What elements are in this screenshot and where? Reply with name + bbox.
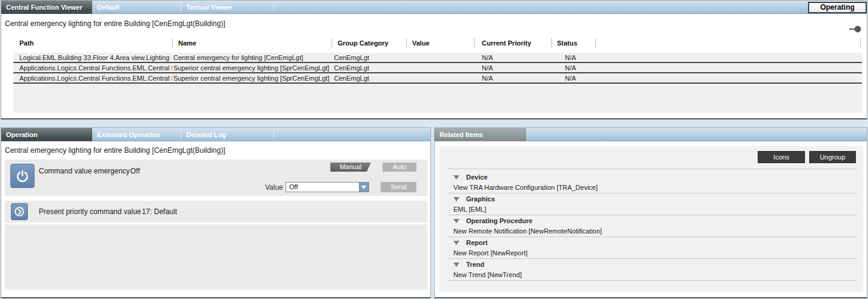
group-header[interactable]: Report xyxy=(448,237,857,248)
tab-central-function-viewer[interactable]: Central Function Viewer xyxy=(1,1,92,14)
auto-button[interactable]: Auto xyxy=(382,163,416,172)
tab-default[interactable]: Default xyxy=(97,1,119,14)
cell-status: N/A xyxy=(565,63,613,73)
cell-path: Logical.EML.Building 33.Floor 4.Area vie… xyxy=(19,53,172,63)
value-field-label: Value xyxy=(259,183,283,192)
column-divider xyxy=(474,38,475,47)
related-item-link[interactable]: EML [EML] xyxy=(448,204,857,215)
cell-status: N/A xyxy=(565,73,613,84)
collapse-triangle-icon[interactable] xyxy=(453,263,459,267)
cell-path: Applications.Logics.Central Functions.EM… xyxy=(19,73,172,84)
cell-current-priority: N/A xyxy=(482,63,549,73)
tab-related-items[interactable]: Related Items xyxy=(435,128,526,141)
table-row[interactable]: Logical.EML.Building 33.Floor 4.Area vie… xyxy=(13,53,862,63)
related-group-trend: Trend New Trend [NewTrend] xyxy=(448,259,857,281)
command-block: Command value emergency Off Manual Auto … xyxy=(5,160,427,196)
selection-breadcrumb: Central emergency lighting for entire Bu… xyxy=(5,14,225,34)
column-divider xyxy=(172,38,173,47)
table-row[interactable]: Applications.Logics.Central Functions.EM… xyxy=(13,73,862,84)
related-group-operating-procedure: Operating Procedure New Remote Notificat… xyxy=(448,215,857,237)
cell-name: Superior central emergency lighting [Spr… xyxy=(173,73,331,84)
collapse-triangle-icon[interactable] xyxy=(453,175,459,180)
command-current-value: Off xyxy=(130,167,140,175)
group-header[interactable]: Operating Procedure xyxy=(448,215,857,226)
cell-group-category: CenEmgLgt xyxy=(334,73,407,84)
collapse-triangle-icon[interactable] xyxy=(453,219,459,223)
priority-label: Present priority command value xyxy=(39,207,141,216)
tab-divider xyxy=(273,2,274,12)
function-table-body: Logical.EML.Building 33.Floor 4.Area vie… xyxy=(13,53,862,113)
column-divider xyxy=(406,38,407,47)
related-item-link[interactable]: New Report [NewReport] xyxy=(448,248,857,258)
group-label: Report xyxy=(466,239,487,246)
operation-tab-bar: Operation Extended Operation Detailed Lo… xyxy=(1,128,430,141)
group-label: Graphics xyxy=(466,195,495,203)
send-button[interactable]: Send xyxy=(381,182,416,192)
top-tab-bar: Central Function Viewer Default Textual … xyxy=(1,1,867,14)
tab-divider xyxy=(273,130,274,139)
cell-current-priority: N/A xyxy=(482,53,549,63)
cell-group-category: CenEmgLgt xyxy=(334,63,407,73)
column-header-name[interactable]: Name xyxy=(178,39,196,47)
column-header-group-category[interactable]: Group Category xyxy=(338,39,389,47)
group-header[interactable]: Trend xyxy=(448,259,857,270)
table-row[interactable]: Applications.Logics.Central Functions.EM… xyxy=(13,63,862,73)
operation-empty-area xyxy=(5,224,427,290)
central-function-viewer-panel: Central Function Viewer Default Textual … xyxy=(1,0,867,119)
priority-value: 17: Default xyxy=(142,207,177,216)
group-label: Trend xyxy=(466,261,484,268)
tab-detailed-log[interactable]: Detailed Log xyxy=(186,128,226,141)
power-icon xyxy=(10,164,35,188)
collapse-triangle-icon[interactable] xyxy=(453,197,459,201)
group-label: Device xyxy=(466,173,487,181)
manual-button[interactable]: Manual xyxy=(330,163,371,172)
toolbar-separator xyxy=(448,169,857,169)
related-group-graphics: Graphics EML [EML] xyxy=(448,193,857,215)
column-header-current-priority[interactable]: Current Priority xyxy=(482,39,531,47)
column-header-path[interactable]: Path xyxy=(19,39,34,47)
related-group-report: Report New Report [NewReport] xyxy=(448,237,857,259)
tab-textual-viewer[interactable]: Textual Viewer xyxy=(186,1,232,14)
column-header-value[interactable]: Value xyxy=(412,39,430,47)
ungroup-button[interactable]: Ungroup xyxy=(809,151,856,163)
collapse-triangle-icon[interactable] xyxy=(453,241,459,245)
dropdown-arrow-icon[interactable] xyxy=(359,183,369,192)
operation-panel: Operation Extended Operation Detailed Lo… xyxy=(1,127,431,298)
cell-value xyxy=(407,53,474,63)
pin-icon[interactable] xyxy=(849,24,862,35)
priority-block: Present priority command value 17: Defau… xyxy=(5,201,427,223)
column-header-status[interactable]: Status xyxy=(557,39,578,47)
cell-value xyxy=(407,63,474,73)
tab-divider xyxy=(181,130,181,139)
value-dropdown-selected: Off xyxy=(289,183,298,192)
tab-divider xyxy=(181,2,181,12)
related-items-tab-bar: Related Items xyxy=(435,128,867,141)
cell-status: N/A xyxy=(565,53,613,63)
operating-mode-button[interactable]: Operating xyxy=(808,2,867,13)
related-item-link[interactable]: View TRA Hardware Configuration [TRA_Dev… xyxy=(448,183,857,193)
cell-value xyxy=(407,73,474,84)
column-divider xyxy=(332,38,332,47)
cell-name: Central emergency for lighting [CenEmgLg… xyxy=(173,53,331,63)
group-header[interactable]: Graphics xyxy=(448,193,857,204)
icons-view-button[interactable]: Icons xyxy=(758,151,805,163)
tab-operation[interactable]: Operation xyxy=(1,128,92,141)
cell-name: Superior central emergency lighting [Spr… xyxy=(173,63,331,73)
cell-current-priority: N/A xyxy=(482,73,549,84)
related-item-link[interactable]: New Trend [NewTrend] xyxy=(448,270,857,280)
command-label: Command value emergency xyxy=(39,167,130,175)
column-divider xyxy=(860,38,861,47)
group-label: Operating Procedure xyxy=(466,217,532,224)
cell-group-category: CenEmgLgt xyxy=(334,53,407,63)
application-window: Central Function Viewer Default Textual … xyxy=(0,0,868,299)
related-items-panel: Related Items Icons Ungroup Device View … xyxy=(434,127,867,298)
related-group-device: Device View TRA Hardware Configuration [… xyxy=(448,172,857,193)
value-dropdown[interactable]: Off xyxy=(285,182,369,192)
related-item-link[interactable]: New Remote Notification [NewRemoteNotifi… xyxy=(448,226,857,237)
tab-extended-operation[interactable]: Extended Operation xyxy=(97,128,161,141)
cell-path: Applications.Logics.Central Functions.EM… xyxy=(19,63,172,73)
column-divider xyxy=(551,38,552,47)
group-header[interactable]: Device xyxy=(448,172,857,183)
priority-arrow-icon xyxy=(11,203,28,220)
related-items-tree: Device View TRA Hardware Configuration [… xyxy=(439,172,863,281)
